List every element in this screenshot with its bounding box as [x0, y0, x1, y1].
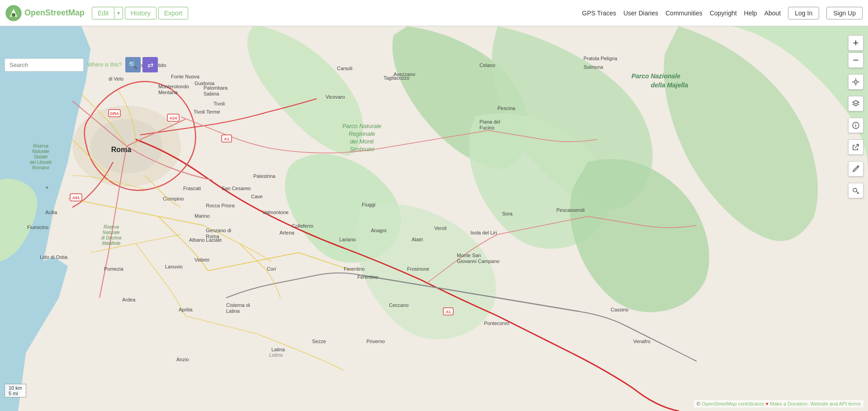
svg-text:Acilia: Acilia — [45, 210, 57, 215]
svg-text:Marino: Marino — [194, 213, 210, 219]
directions-button[interactable]: ⇄ — [142, 57, 158, 72]
help-link[interactable]: Help — [744, 10, 757, 17]
svg-text:Frascati: Frascati — [183, 186, 201, 191]
where-is-this-link[interactable]: Where is this? — [87, 62, 122, 68]
communities-link[interactable]: Communities — [665, 10, 702, 17]
map-container[interactable]: GRA A1 A24 A91 A1 Roma Acilia Fiumicino … — [0, 26, 868, 411]
svg-text:GRA: GRA — [110, 111, 119, 116]
svg-text:Frosinone: Frosinone — [407, 266, 429, 272]
zoom-out-button[interactable]: − — [848, 53, 863, 68]
edit-dropdown-button[interactable]: ▾ — [114, 7, 123, 19]
zoom-in-button[interactable]: + — [848, 35, 863, 51]
header: OpenStreetMap Edit ▾ History Export GPS … — [0, 0, 868, 26]
svg-text:Celano: Celano — [479, 62, 495, 68]
signup-button[interactable]: Sign Up — [826, 7, 863, 19]
svg-text:Latina: Latina — [271, 347, 285, 352]
svg-text:Anagni: Anagni — [371, 228, 386, 233]
layers-icon — [852, 100, 860, 108]
svg-text:Aprilia: Aprilia — [179, 307, 193, 312]
svg-text:Palombara: Palombara — [204, 85, 228, 91]
svg-text:Avezzano: Avezzano — [394, 72, 415, 77]
osm-contributors-link[interactable]: OpenStreetMap contributors — [702, 401, 764, 406]
svg-text:di Decima: di Decima — [101, 235, 122, 240]
info-button[interactable]: i — [848, 118, 863, 133]
svg-text:Lanuvio: Lanuvio — [165, 264, 183, 269]
website-terms-link[interactable]: Website and API terms — [810, 401, 861, 406]
svg-text:Veroli: Veroli — [434, 225, 447, 231]
key-icon — [852, 186, 860, 195]
layers-button[interactable] — [848, 96, 863, 111]
svg-text:Riserva: Riserva — [104, 225, 119, 229]
svg-text:Valmontone: Valmontone — [262, 210, 289, 215]
svg-text:Priverno: Priverno — [366, 339, 385, 344]
login-button[interactable]: Log In — [788, 7, 819, 19]
svg-text:Mentana: Mentana — [158, 90, 178, 95]
svg-text:Piana del: Piana del — [479, 119, 500, 124]
key-button[interactable] — [848, 183, 863, 198]
svg-text:Pratola Peligna: Pratola Peligna — [583, 56, 617, 61]
svg-text:Vicovaro: Vicovaro — [326, 94, 345, 100]
svg-text:del Litorale: del Litorale — [30, 160, 52, 165]
svg-text:Latina: Latina — [269, 352, 283, 358]
scale-mi: 5 mi — [9, 391, 22, 396]
attribution: © OpenStreetMap contributors ♥ Make a Do… — [694, 400, 863, 407]
right-nav: GPS Traces User Diaries Communities Copy… — [582, 7, 863, 19]
svg-text:Lido di Ostia: Lido di Ostia — [40, 254, 68, 260]
svg-text:Fucino: Fucino — [479, 125, 494, 130]
search-bar: Where is this? 🔍 ⇄ — [5, 57, 158, 72]
svg-text:Artena: Artena — [280, 230, 294, 235]
svg-text:Sulmona: Sulmona — [583, 64, 603, 70]
svg-text:Ardea: Ardea — [122, 297, 136, 302]
svg-text:Giovanni Campano: Giovanni Campano — [457, 258, 499, 264]
svg-text:Lariano: Lariano — [339, 237, 356, 242]
svg-text:Malafede: Malafede — [102, 241, 121, 246]
svg-text:Ferentino: Ferentino — [344, 266, 365, 272]
svg-text:Regionale: Regionale — [349, 130, 375, 137]
donate-link[interactable]: Make a Donation — [770, 401, 807, 406]
note-icon — [852, 165, 860, 173]
nav-buttons: Edit ▾ History Export — [92, 7, 188, 19]
svg-text:Fiumicino: Fiumicino — [27, 225, 48, 230]
svg-text:Ferentino: Ferentino — [357, 274, 378, 280]
svg-text:Ceccano: Ceccano — [389, 302, 408, 308]
note-button[interactable] — [848, 161, 863, 177]
svg-text:dei Monti: dei Monti — [350, 138, 375, 145]
search-input[interactable] — [5, 58, 84, 72]
svg-text:Tivoli Terme: Tivoli Terme — [194, 109, 220, 115]
svg-text:Rocca Priora: Rocca Priora — [206, 203, 235, 208]
scale-bar: 10 km 5 mi — [5, 384, 26, 397]
svg-text:Colleferro: Colleferro — [292, 223, 313, 229]
svg-text:Carsoli: Carsoli — [337, 66, 352, 71]
svg-point-97 — [854, 81, 857, 83]
scale-km: 10 km — [9, 385, 22, 391]
svg-text:Simbruini: Simbruini — [350, 146, 375, 153]
map-controls: + − i — [848, 35, 863, 198]
copyright-link[interactable]: Copyright — [710, 10, 737, 17]
gps-traces-link[interactable]: GPS Traces — [582, 10, 616, 17]
export-button[interactable]: Export — [158, 7, 188, 19]
svg-text:Cassino: Cassino — [611, 307, 629, 312]
about-link[interactable]: About — [764, 10, 781, 17]
user-diaries-link[interactable]: User Diaries — [623, 10, 658, 17]
history-button[interactable]: History — [125, 7, 157, 19]
svg-text:i: i — [855, 123, 857, 128]
svg-text:Cisterna di: Cisterna di — [226, 302, 250, 308]
attribution-prefix: © — [697, 401, 702, 406]
svg-text:A24: A24 — [170, 116, 177, 120]
svg-text:A1: A1 — [446, 310, 451, 314]
search-button[interactable]: 🔍 — [125, 57, 141, 72]
svg-text:Sora: Sora — [502, 211, 513, 216]
svg-text:San Cesareo: San Cesareo — [222, 186, 251, 191]
svg-text:Pescasseroli: Pescasseroli — [556, 207, 584, 213]
edit-button[interactable]: Edit — [92, 7, 114, 19]
geolocate-button[interactable] — [848, 74, 863, 90]
svg-text:di Velo: di Velo — [109, 76, 123, 81]
share-button[interactable] — [848, 139, 863, 155]
svg-text:Tivoli: Tivoli — [213, 101, 225, 106]
svg-text:Genzano di: Genzano di — [206, 228, 231, 233]
logo-area[interactable]: OpenStreetMap — [5, 5, 85, 21]
svg-text:Sezze: Sezze — [312, 339, 326, 344]
svg-text:Isola del Liri: Isola del Liri — [470, 230, 497, 235]
svg-text:Roma: Roma — [206, 234, 219, 239]
svg-line-104 — [857, 167, 858, 167]
